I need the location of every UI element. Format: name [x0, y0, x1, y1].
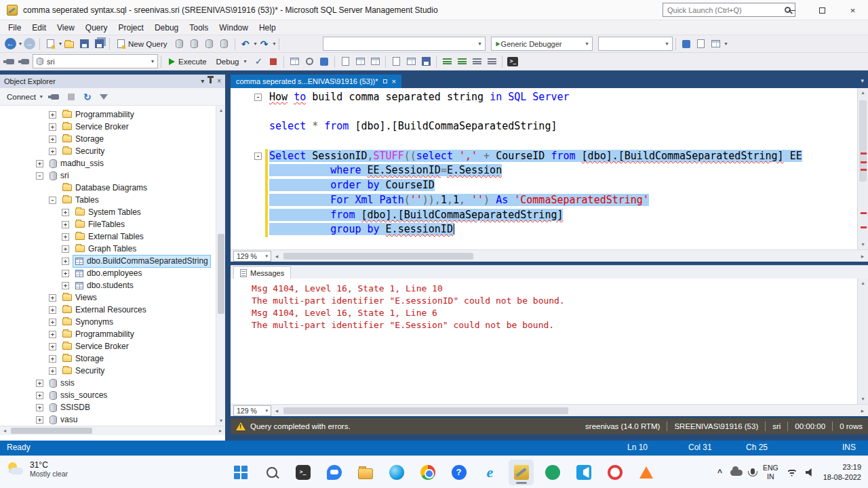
- expand-icon[interactable]: +: [49, 343, 56, 350]
- open-file-icon[interactable]: [62, 37, 77, 52]
- scrollbar-thumb[interactable]: [283, 407, 568, 414]
- menu-file[interactable]: File: [3, 22, 26, 34]
- tree-item-graph-tables[interactable]: +Graph Tables: [0, 243, 216, 255]
- expand-icon[interactable]: +: [62, 258, 69, 265]
- tree-item-system-tables[interactable]: +System Tables: [0, 206, 216, 218]
- execute-button[interactable]: Execute: [164, 54, 212, 69]
- code-editor[interactable]: -How to build comma separated string in …: [231, 88, 868, 249]
- refresh-icon[interactable]: ↻: [81, 90, 94, 104]
- code-line[interactable]: select * from [dbo].[BuildCommaSeparated…: [231, 119, 857, 134]
- expand-icon[interactable]: +: [49, 319, 56, 326]
- editor-zoom-combo[interactable]: 129 % ▾: [233, 251, 271, 262]
- code-line[interactable]: group by E.sessionID: [231, 222, 857, 237]
- tree-item-dbo-employees[interactable]: +dbo.employees: [0, 267, 216, 279]
- scroll-right-icon[interactable]: ▸: [216, 426, 225, 436]
- tree-item-synonyms[interactable]: +Synonyms: [0, 316, 216, 328]
- properties-window-icon[interactable]: [694, 37, 709, 52]
- show-estimated-plan-icon[interactable]: [287, 54, 302, 69]
- scroll-up-icon[interactable]: ▴: [216, 106, 226, 115]
- chat-app-button[interactable]: [321, 460, 347, 485]
- expand-icon[interactable]: +: [62, 270, 69, 277]
- expand-icon[interactable]: +: [62, 233, 69, 241]
- scrollbar-thumb[interactable]: [218, 234, 224, 314]
- decrease-indent-icon[interactable]: [469, 54, 484, 69]
- scroll-left-icon[interactable]: ◂: [271, 407, 282, 414]
- tree-item-service-broker[interactable]: +Service Broker: [0, 340, 216, 352]
- taskbar-search-button[interactable]: [259, 460, 284, 485]
- expand-icon[interactable]: +: [36, 380, 43, 387]
- expand-icon[interactable]: +: [62, 221, 69, 228]
- tree-item-programmability[interactable]: +Programmability: [0, 328, 216, 340]
- uncomment-selection-icon[interactable]: [454, 54, 469, 69]
- redo-icon[interactable]: ↷: [257, 37, 272, 52]
- close-tab-icon[interactable]: ×: [392, 78, 396, 85]
- tree-vertical-scrollbar[interactable]: ▴ ▾: [216, 106, 225, 426]
- scrollbar-thumb[interactable]: [11, 428, 92, 434]
- fold-collapse-icon[interactable]: -: [254, 152, 262, 160]
- tree-item-ssis[interactable]: +ssis: [0, 377, 216, 389]
- expand-icon[interactable]: +: [49, 136, 56, 143]
- sqlcmd-mode-icon[interactable]: >_: [505, 54, 520, 69]
- red-circle-app-button[interactable]: [602, 460, 627, 485]
- expand-icon[interactable]: +: [36, 404, 43, 411]
- tree-item-dbo-students[interactable]: +dbo.students: [0, 279, 216, 291]
- debug-location-icon[interactable]: [679, 37, 694, 52]
- save-icon[interactable]: [77, 37, 92, 52]
- include-actual-plan-icon[interactable]: [353, 54, 368, 69]
- messages-vertical-scrollbar[interactable]: ▴ ▾: [857, 279, 868, 404]
- intellisense-enabled-icon[interactable]: [317, 54, 332, 69]
- include-client-statistics-icon[interactable]: [368, 54, 382, 69]
- available-databases-combo[interactable]: sri ▾: [33, 54, 158, 68]
- volume-icon[interactable]: [806, 468, 815, 476]
- vlc-button[interactable]: [633, 460, 658, 485]
- expand-icon[interactable]: +: [49, 148, 56, 155]
- tree-item-sri[interactable]: -sri: [0, 169, 216, 182]
- tree-item-ssis-sources[interactable]: +ssis_sources: [0, 389, 216, 401]
- code-area[interactable]: -How to build comma separated string in …: [231, 88, 857, 249]
- tree-item-external-resources[interactable]: +External Resources: [0, 304, 216, 316]
- internet-explorer-button[interactable]: e: [477, 460, 502, 485]
- blue-circle-app-button[interactable]: ?: [446, 460, 471, 485]
- parse-icon[interactable]: ✓: [251, 54, 266, 69]
- editor-tab[interactable]: comma seperated s...ENIVAS\91916 (53))* …: [231, 75, 401, 88]
- menu-edit[interactable]: Edit: [26, 22, 52, 34]
- menu-tools[interactable]: Tools: [184, 22, 214, 34]
- expand-icon[interactable]: +: [49, 355, 56, 363]
- tree-item-filetables[interactable]: +FileTables: [0, 218, 216, 230]
- navigate-back-icon[interactable]: ←: [3, 37, 18, 52]
- onedrive-cloud-icon[interactable]: [730, 470, 743, 476]
- connect-dropdown[interactable]: Connect ▾: [4, 93, 45, 101]
- tree-item-tables[interactable]: -Tables: [0, 194, 216, 206]
- close-panel-icon[interactable]: ×: [217, 78, 221, 85]
- expand-icon[interactable]: +: [36, 416, 43, 424]
- toolbar-options-icon[interactable]: ▾: [725, 41, 728, 47]
- minimize-button[interactable]: [776, 0, 807, 20]
- scroll-right-icon[interactable]: ▸: [857, 253, 868, 260]
- tree-item-security[interactable]: +Security: [0, 145, 216, 157]
- microphone-icon[interactable]: [751, 468, 755, 474]
- comment-selection-icon[interactable]: [439, 54, 454, 69]
- tree-horizontal-scrollbar[interactable]: ◂ ▸: [0, 426, 225, 435]
- redo-dropdown-icon[interactable]: ▾: [273, 41, 276, 47]
- weather-widget[interactable]: 31°C Mostly clear: [7, 460, 68, 478]
- tab-messages[interactable]: Messages: [233, 266, 291, 279]
- filter-icon[interactable]: [97, 90, 111, 104]
- query-options-icon[interactable]: [302, 54, 317, 69]
- new-query-button[interactable]: New Query: [113, 37, 172, 52]
- tree-item-views[interactable]: +Views: [0, 291, 216, 304]
- vscode-button[interactable]: [571, 460, 596, 485]
- taskbar-clock[interactable]: 23:19 18-08-2022: [823, 462, 861, 483]
- tree-item-vasu[interactable]: +vasu: [0, 413, 216, 426]
- menu-query[interactable]: Query: [80, 22, 113, 34]
- new-query-icon[interactable]: [43, 37, 58, 52]
- results-to-text-icon[interactable]: [389, 54, 403, 69]
- terminal-app-button[interactable]: >_: [290, 460, 315, 485]
- tree-item-security[interactable]: +Security: [0, 365, 216, 377]
- menu-view[interactable]: View: [52, 22, 80, 34]
- window-position-icon[interactable]: ▾: [201, 78, 204, 85]
- messages-body[interactable]: Msg 4104, Level 16, State 1, Line 10The …: [231, 279, 868, 404]
- edge-browser-button[interactable]: [384, 460, 409, 485]
- code-line[interactable]: order by CourseID: [231, 178, 857, 193]
- tab-list-dropdown-icon[interactable]: ▾: [861, 77, 864, 84]
- scrollbar-thumb[interactable]: [283, 253, 473, 260]
